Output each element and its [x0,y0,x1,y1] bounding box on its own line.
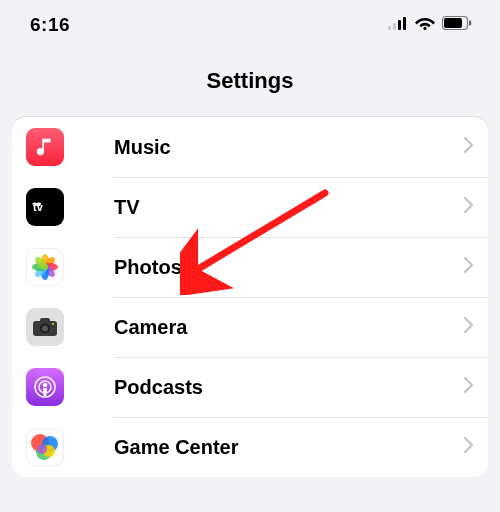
row-podcasts[interactable]: Podcasts [12,357,488,417]
divider [114,417,488,418]
svg-point-20 [42,326,48,332]
chevron-right-icon [464,137,474,157]
svg-rect-2 [398,20,401,30]
row-label: Camera [114,316,464,339]
row-music[interactable]: Music [12,117,488,177]
chevron-right-icon [464,317,474,337]
podcasts-icon [26,368,64,406]
svg-rect-6 [444,18,462,28]
row-label: Music [114,136,464,159]
page-header: Settings [0,50,500,116]
divider [114,297,488,298]
wifi-icon [415,16,435,34]
row-label: Photos [114,256,464,279]
settings-list: Music tv TV [12,116,488,477]
status-time: 6:16 [30,14,70,36]
battery-icon [442,16,472,34]
chevron-right-icon [464,257,474,277]
chevron-right-icon [464,197,474,217]
game-center-icon [26,428,64,466]
svg-point-29 [37,444,47,454]
row-camera[interactable]: Camera [12,297,488,357]
divider [114,237,488,238]
cellular-icon [388,16,408,34]
status-bar: 6:16 [0,0,500,50]
row-label: Podcasts [114,376,464,399]
svg-point-4 [423,27,426,30]
svg-rect-1 [393,23,396,30]
camera-icon [26,308,64,346]
tv-icon: tv [26,188,64,226]
row-label: TV [114,196,464,219]
row-game-center[interactable]: Game Center [12,417,488,477]
svg-rect-0 [388,26,391,30]
chevron-right-icon [464,377,474,397]
svg-point-21 [52,323,54,325]
row-label: Game Center [114,436,464,459]
chevron-right-icon [464,437,474,457]
svg-rect-18 [40,318,50,323]
svg-rect-3 [403,17,406,30]
divider [114,357,488,358]
svg-rect-7 [469,21,471,26]
svg-point-24 [43,383,48,388]
page-title: Settings [0,68,500,94]
photos-icon [26,248,64,286]
svg-text:tv: tv [33,201,44,213]
row-photos[interactable]: Photos [12,237,488,297]
music-icon [26,128,64,166]
status-indicators [388,16,472,34]
row-tv[interactable]: tv TV [12,177,488,237]
divider [114,177,488,178]
